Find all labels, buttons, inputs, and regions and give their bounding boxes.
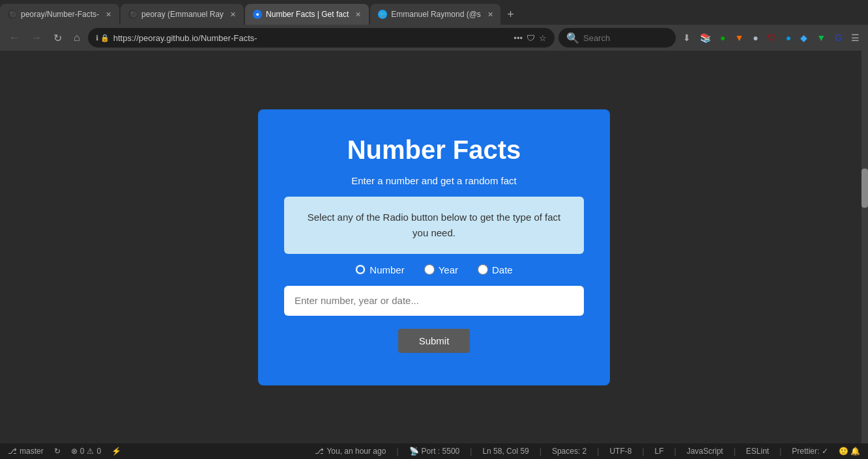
- scrollbar[interactable]: [861, 51, 868, 443]
- addon1-icon[interactable]: ●: [717, 30, 729, 46]
- scrollbar-thumb[interactable]: [861, 169, 868, 208]
- radio-number-input[interactable]: [355, 264, 366, 275]
- status-language: JavaScript: [687, 447, 723, 456]
- port-icon: 📡: [409, 447, 419, 456]
- submit-button[interactable]: Submit: [398, 329, 470, 353]
- new-tab-button[interactable]: +: [502, 4, 519, 25]
- app-subtitle: Enter a number and get a random fact: [351, 175, 516, 186]
- status-spaces: Spaces: 2: [552, 447, 586, 456]
- menu-icon[interactable]: ☰: [848, 30, 863, 46]
- sep8: |: [779, 447, 781, 456]
- sep5: |: [642, 447, 644, 456]
- port-text: Port : 5500: [422, 447, 460, 456]
- tab-close-icon-4[interactable]: ✕: [487, 10, 493, 19]
- shield-icon[interactable]: 🛡: [527, 33, 535, 43]
- git-commit-icon: ⎇: [315, 447, 324, 456]
- tab-label-4: Emmanuel Raymond (@s: [391, 10, 481, 19]
- reload-button[interactable]: ↻: [50, 29, 66, 47]
- tab-twitter[interactable]: 🐦 Emmanuel Raymond (@s ✕: [370, 4, 500, 25]
- tab-github-repo[interactable]: ⚫ peoray/Number-Facts- ✕: [0, 4, 119, 25]
- address-bar: ← → ↻ ⌂ ℹ 🔒 https://peoray.github.io/Num…: [0, 25, 868, 51]
- download-icon[interactable]: ⬇: [680, 30, 694, 46]
- addon3-icon[interactable]: ●: [749, 30, 761, 46]
- radio-date-text: Date: [492, 264, 513, 275]
- status-port[interactable]: 📡 Port : 5500: [409, 447, 460, 456]
- sep6: |: [674, 447, 676, 456]
- tab-github-user[interactable]: ⚫ peoray (Emmanuel Ray ✕: [121, 4, 244, 25]
- warning-count: 0: [96, 447, 101, 456]
- more-icon[interactable]: •••: [514, 33, 523, 43]
- radio-date-input[interactable]: [478, 264, 488, 275]
- tab-app[interactable]: ● Number Facts | Get fact ✕: [245, 4, 369, 25]
- tab-label-2: peoray (Emmanuel Ray: [141, 10, 224, 19]
- info-box: Select any of the Radio button below to …: [284, 197, 584, 254]
- github-icon: ⚫: [8, 10, 17, 19]
- search-input[interactable]: [583, 33, 668, 43]
- github-icon-2: ⚫: [128, 10, 137, 19]
- status-lightning[interactable]: ⚡: [111, 447, 121, 456]
- radio-number-label[interactable]: Number: [355, 264, 404, 275]
- sep7: |: [734, 447, 736, 456]
- addon8-icon[interactable]: G: [832, 30, 845, 46]
- tab-close-icon[interactable]: ✕: [106, 10, 111, 19]
- app-card: Number Facts Enter a number and get a ra…: [258, 109, 610, 385]
- library-icon[interactable]: 📚: [697, 30, 714, 46]
- page-icon: ●: [253, 10, 262, 19]
- lightning-icon: ⚡: [111, 447, 121, 456]
- radio-year-text: Year: [439, 264, 458, 275]
- radio-group: Number Year Date: [355, 264, 512, 275]
- branch-name: master: [20, 447, 44, 456]
- page-content: Number Facts Enter a number and get a ra…: [0, 51, 868, 443]
- tab-close-icon-3[interactable]: ✕: [355, 10, 361, 19]
- url-text: https://peoray.github.io/Number-Facts-: [113, 33, 510, 43]
- error-count: 0: [80, 447, 85, 456]
- git-user: You, an hour ago: [326, 447, 386, 456]
- sync-icon: ↻: [54, 447, 61, 456]
- status-line-ending: LF: [655, 447, 664, 456]
- star-icon[interactable]: ☆: [539, 33, 547, 43]
- twitter-icon: 🐦: [378, 10, 387, 19]
- app-title: Number Facts: [347, 135, 521, 165]
- radio-year-input[interactable]: [424, 264, 435, 275]
- forward-button[interactable]: →: [27, 29, 46, 46]
- sep4: |: [597, 447, 599, 456]
- status-bar: ⎇ master ↻ ⊗ 0 ⚠ 0 ⚡ ⎇ You, an hour ago …: [0, 443, 868, 459]
- tab-label: peoray/Number-Facts-: [21, 10, 99, 19]
- addon5-icon[interactable]: ●: [783, 30, 794, 46]
- home-button[interactable]: ⌂: [70, 29, 84, 46]
- sep1: |: [396, 447, 398, 456]
- search-bar[interactable]: 🔍: [558, 28, 676, 48]
- status-branch[interactable]: ⎇ master: [8, 447, 44, 456]
- number-input[interactable]: [284, 286, 584, 316]
- status-notifications[interactable]: 🙂 🔔: [839, 447, 860, 456]
- radio-year-label[interactable]: Year: [424, 264, 458, 275]
- status-ln-col: Ln 58, Col 59: [482, 447, 528, 456]
- addon7-icon[interactable]: ▼: [813, 30, 829, 46]
- sep2: |: [470, 447, 472, 456]
- tab-bar: ⚫ peoray/Number-Facts- ✕ ⚫ peoray (Emman…: [0, 0, 868, 25]
- info-text: Select any of the Radio button below to …: [308, 212, 561, 238]
- status-git: ⎇ You, an hour ago: [315, 447, 386, 456]
- addon4-icon[interactable]: 🛡: [764, 30, 780, 46]
- status-eslint[interactable]: ESLint: [746, 447, 769, 456]
- toolbar-icons: ⬇ 📚 ● ▼ ● 🛡 ● ◆ ▼ G ☰: [680, 30, 863, 46]
- warning-icon: ⚠: [87, 447, 94, 456]
- branch-icon: ⎇: [8, 447, 17, 456]
- sep3: |: [540, 447, 542, 456]
- status-encoding: UTF-8: [609, 447, 631, 456]
- back-button[interactable]: ←: [5, 29, 23, 46]
- search-icon: 🔍: [566, 32, 579, 44]
- tab-label-3: Number Facts | Get fact: [266, 10, 349, 19]
- radio-number-text: Number: [369, 264, 404, 275]
- addon6-icon[interactable]: ◆: [797, 30, 811, 46]
- url-bar[interactable]: ℹ 🔒 https://peoray.github.io/Number-Fact…: [88, 28, 555, 48]
- status-sync[interactable]: ↻: [54, 447, 61, 456]
- url-bar-actions: ••• 🛡 ☆: [514, 33, 547, 43]
- radio-date-label[interactable]: Date: [478, 264, 513, 275]
- error-icon: ⊗: [71, 447, 78, 456]
- lock-icon: ℹ 🔒: [96, 34, 109, 42]
- status-prettier[interactable]: Prettier: ✓: [792, 447, 828, 456]
- status-errors[interactable]: ⊗ 0 ⚠ 0: [71, 447, 101, 456]
- addon2-icon[interactable]: ▼: [731, 30, 747, 46]
- tab-close-icon-2[interactable]: ✕: [230, 10, 236, 19]
